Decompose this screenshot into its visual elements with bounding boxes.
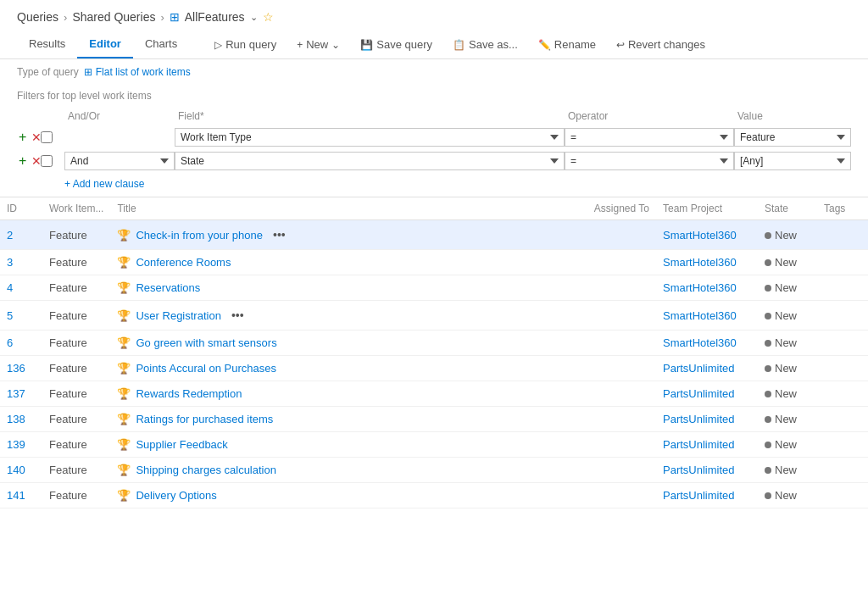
filter-row-2-field[interactable]: State Work Item Type Title Assigned To	[175, 152, 565, 170]
save-query-button[interactable]: 💾 Save query	[352, 34, 441, 55]
work-item-project[interactable]: PartsUnlimited	[656, 483, 758, 508]
work-item-id-link[interactable]: 136	[7, 362, 25, 375]
work-item-title-link[interactable]: Reservations	[136, 281, 200, 294]
work-item-project[interactable]: SmartHotel360	[656, 250, 758, 275]
work-item-id-link[interactable]: 137	[7, 387, 25, 400]
th-state[interactable]: State	[758, 197, 817, 220]
feature-trophy-icon: 🏆	[117, 336, 131, 349]
th-type[interactable]: Work Item...	[42, 197, 110, 220]
feature-trophy-icon: 🏆	[117, 489, 131, 502]
tab-charts[interactable]: Charts	[133, 31, 189, 58]
work-item-id-link[interactable]: 138	[7, 413, 25, 425]
work-item-tags	[817, 331, 868, 356]
flat-list-icon: ⊞	[84, 66, 92, 78]
run-query-button[interactable]: ▷ Run query	[206, 34, 285, 55]
table-row[interactable]: 139Feature🏆Supplier FeedbackPartsUnlimit…	[0, 432, 868, 458]
revert-label: Revert changes	[628, 38, 705, 51]
work-item-title-link[interactable]: Go green with smart sensors	[136, 336, 276, 349]
new-label: New	[306, 38, 328, 51]
table-row[interactable]: 5Feature🏆User Registration•••SmartHotel3…	[0, 301, 868, 331]
table-row[interactable]: 2Feature🏆Check-in from your phone•••Smar…	[0, 220, 868, 250]
work-item-project[interactable]: PartsUnlimited	[656, 356, 758, 381]
work-item-tags	[817, 275, 868, 301]
table-row[interactable]: 140Feature🏆Shipping charges calculationP…	[0, 458, 868, 483]
work-item-project[interactable]: PartsUnlimited	[656, 458, 758, 483]
work-item-title-link[interactable]: Ratings for purchased items	[136, 413, 273, 425]
chevron-down-icon[interactable]: ⌄	[250, 12, 258, 23]
work-item-project[interactable]: SmartHotel360	[656, 331, 758, 356]
work-item-tags	[817, 301, 868, 331]
work-item-ellipsis-button[interactable]: •••	[226, 307, 249, 324]
add-clause-row[interactable]: + Add new clause	[17, 173, 851, 197]
filter-row-2-value[interactable]: [Any] New Active Resolved Closed	[734, 152, 851, 170]
table-row[interactable]: 136Feature🏆Points Accural on PurchasesPa…	[0, 356, 868, 381]
filter-row-2-andor[interactable]: And Or	[64, 152, 175, 170]
filter-row-1-field[interactable]: Work Item Type State Title Assigned To	[175, 128, 565, 147]
work-item-assigned	[587, 381, 656, 407]
work-item-project[interactable]: SmartHotel360	[656, 220, 758, 250]
work-item-project[interactable]: PartsUnlimited	[656, 381, 758, 407]
work-item-project[interactable]: PartsUnlimited	[656, 432, 758, 458]
work-item-type: Feature	[42, 220, 110, 250]
breadcrumb-queries[interactable]: Queries	[17, 10, 58, 24]
table-row[interactable]: 138Feature🏆Ratings for purchased itemsPa…	[0, 407, 868, 432]
favorite-star-icon[interactable]: ☆	[263, 10, 274, 24]
table-row[interactable]: 141Feature🏆Delivery OptionsPartsUnlimite…	[0, 483, 868, 508]
work-item-title-link[interactable]: Delivery Options	[136, 489, 216, 502]
th-id[interactable]: ID	[0, 197, 42, 220]
tab-results[interactable]: Results	[17, 31, 77, 58]
table-row[interactable]: 3Feature🏆Conference RoomsSmartHotel360Ne…	[0, 250, 868, 275]
work-item-id-link[interactable]: 140	[7, 464, 25, 476]
work-item-assigned	[587, 407, 656, 432]
filter-row-2-add[interactable]: +	[17, 153, 28, 169]
work-item-id-link[interactable]: 5	[7, 309, 13, 322]
filter-row-1-add[interactable]: +	[17, 130, 28, 145]
work-item-id-link[interactable]: 6	[7, 336, 13, 349]
work-item-state: New	[758, 458, 817, 483]
work-item-project[interactable]: SmartHotel360	[656, 301, 758, 331]
feature-trophy-icon: 🏆	[117, 229, 131, 242]
filter-row-1-value[interactable]: Feature Bug User Story Epic	[734, 128, 851, 147]
th-tags[interactable]: Tags	[817, 197, 868, 220]
work-item-id-link[interactable]: 3	[7, 256, 13, 269]
filter-col-value-header: Value	[734, 108, 851, 124]
new-chevron-icon: ⌄	[331, 39, 340, 51]
th-assigned[interactable]: Assigned To	[587, 197, 656, 220]
save-as-icon: 📋	[453, 39, 465, 51]
work-item-tags	[817, 432, 868, 458]
work-item-id-link[interactable]: 2	[7, 229, 13, 242]
work-item-title-link[interactable]: Shipping charges calculation	[136, 464, 276, 476]
feature-trophy-icon: 🏆	[117, 413, 131, 425]
filter-row-2-operator[interactable]: = != In	[565, 152, 734, 170]
filter-row-1-checkbox[interactable]	[41, 131, 53, 143]
table-row[interactable]: 6Feature🏆Go green with smart sensorsSmar…	[0, 331, 868, 356]
rename-label: Rename	[554, 38, 596, 51]
filter-row-2-checkbox[interactable]	[41, 155, 53, 167]
work-item-title-link[interactable]: Rewards Redemption	[136, 387, 242, 400]
work-item-id-link[interactable]: 141	[7, 489, 25, 502]
work-item-id-link[interactable]: 4	[7, 281, 13, 294]
query-type-value[interactable]: ⊞ Flat list of work items	[84, 66, 191, 78]
new-button[interactable]: + New ⌄	[288, 34, 348, 55]
tab-editor[interactable]: Editor	[77, 31, 133, 58]
th-title[interactable]: Title	[110, 197, 587, 220]
filter-row-1-operator[interactable]: = != In	[565, 128, 734, 147]
table-row[interactable]: 137Feature🏆Rewards RedemptionPartsUnlimi…	[0, 381, 868, 407]
work-item-title-link[interactable]: Conference Rooms	[136, 256, 231, 269]
rename-button[interactable]: ✏️ Rename	[530, 34, 604, 55]
breadcrumb-shared-queries[interactable]: Shared Queries	[72, 10, 155, 24]
work-item-assigned	[587, 301, 656, 331]
work-item-title-link[interactable]: Check-in from your phone	[136, 229, 263, 242]
save-as-button[interactable]: 📋 Save as...	[444, 34, 526, 55]
work-item-project[interactable]: SmartHotel360	[656, 275, 758, 301]
work-item-id-link[interactable]: 139	[7, 438, 25, 451]
th-project[interactable]: Team Project	[656, 197, 758, 220]
work-item-ellipsis-button[interactable]: •••	[268, 226, 291, 243]
work-item-title-link[interactable]: User Registration	[136, 309, 220, 322]
work-item-project[interactable]: PartsUnlimited	[656, 407, 758, 432]
work-item-title-link[interactable]: Supplier Feedback	[136, 438, 227, 451]
work-item-title-link[interactable]: Points Accural on Purchases	[136, 362, 275, 375]
revert-button[interactable]: ↩ Revert changes	[608, 34, 714, 55]
table-row[interactable]: 4Feature🏆ReservationsSmartHotel360New	[0, 275, 868, 301]
filter-header: And/Or Field* Operator Value	[17, 107, 851, 125]
